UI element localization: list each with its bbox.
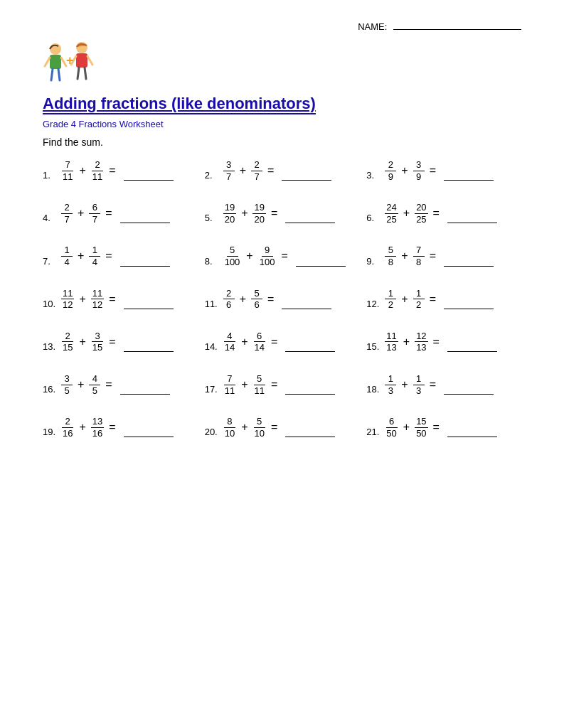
equals-sign: = <box>269 378 280 391</box>
problem-number: 5. <box>205 213 220 225</box>
answer-line[interactable] <box>120 223 170 223</box>
equals-sign: = <box>431 421 442 434</box>
equals-sign: = <box>265 164 276 177</box>
answer-line[interactable] <box>285 394 335 395</box>
svg-line-4 <box>51 69 53 80</box>
answer-line[interactable] <box>296 266 346 267</box>
plus-operator: + <box>238 164 248 177</box>
equals-sign: = <box>269 207 280 220</box>
plus-operator: + <box>77 164 87 177</box>
problem-item: 15. 11 13 + 12 13 = <box>366 331 521 353</box>
problem-item: 8. 5 100 + 9 100 = <box>205 245 360 267</box>
problem-item: 17. 7 11 + 5 11 = <box>205 373 360 396</box>
fraction-2: 12 13 <box>415 331 427 353</box>
answer-line[interactable] <box>282 180 331 181</box>
fraction-2: 15 50 <box>415 416 427 439</box>
answer-line[interactable] <box>285 223 335 223</box>
problem-number: 13. <box>43 341 58 353</box>
fraction-1: 5 8 <box>385 245 396 267</box>
fraction-2: 9 100 <box>258 245 277 267</box>
problem-item: 7. 1 4 + 1 4 = <box>43 245 198 267</box>
problem-number: 16. <box>43 384 58 396</box>
problems-grid: 1. 7 11 + 2 11 = 2. 3 7 + 2 7 = 3. 2 9 + <box>43 159 521 439</box>
fraction-1: 7 11 <box>223 373 236 396</box>
problem-number: 14. <box>205 341 220 353</box>
svg-text:+: + <box>66 53 74 68</box>
problem-item: 20. 8 10 + 5 10 = <box>205 416 360 439</box>
problem-item: 5. 19 20 + 19 20 = <box>205 202 360 225</box>
answer-line[interactable] <box>447 437 497 437</box>
name-field-row: NAME: <box>43 21 521 32</box>
problem-item: 18. 1 3 + 1 3 = <box>366 373 521 396</box>
plus-operator: + <box>239 207 250 220</box>
equals-sign: = <box>103 250 114 262</box>
plus-operator: + <box>75 378 86 391</box>
fraction-1: 11 12 <box>61 288 74 311</box>
plus-operator: + <box>77 421 87 434</box>
plus-operator: + <box>77 336 87 348</box>
page-subtitle: Grade 4 Fractions Worksheet <box>43 119 521 129</box>
fraction-2: 6 14 <box>252 331 265 353</box>
answer-line[interactable] <box>285 437 335 437</box>
problem-number: 10. <box>43 299 58 311</box>
svg-line-10 <box>78 68 79 79</box>
fraction-1: 6 50 <box>385 416 398 439</box>
fraction-1: 19 20 <box>223 202 236 225</box>
problem-item: 21. 6 50 + 15 50 = <box>366 416 521 439</box>
problem-item: 13. 2 15 + 3 15 = <box>43 331 198 353</box>
fraction-2: 3 15 <box>91 331 104 353</box>
answer-line[interactable] <box>447 223 497 223</box>
fraction-2: 1 2 <box>413 288 425 311</box>
problem-number: 9. <box>366 256 382 268</box>
problem-item: 4. 2 7 + 6 7 = <box>43 202 198 225</box>
equals-sign: = <box>107 421 117 434</box>
logo-icon: + <box>43 39 100 85</box>
answer-line[interactable] <box>124 180 174 181</box>
equals-sign: = <box>427 378 438 391</box>
fraction-2: 5 6 <box>251 288 262 311</box>
equals-sign: = <box>107 336 117 348</box>
problem-item: 19. 2 16 + 13 16 = <box>43 416 198 439</box>
answer-line[interactable] <box>120 266 170 267</box>
fraction-2: 6 7 <box>89 202 100 225</box>
answer-line[interactable] <box>124 351 174 352</box>
fraction-2: 5 11 <box>252 373 265 396</box>
instructions: Find the sum. <box>43 136 521 148</box>
fraction-1: 5 100 <box>223 245 242 267</box>
svg-rect-7 <box>76 53 87 68</box>
equals-sign: = <box>427 250 438 262</box>
plus-operator: + <box>238 293 248 306</box>
problem-number: 1. <box>43 170 58 182</box>
answer-line[interactable] <box>124 309 174 309</box>
answer-line[interactable] <box>285 351 335 352</box>
problem-number: 4. <box>43 213 58 225</box>
answer-line[interactable] <box>282 309 331 309</box>
fraction-2: 1 3 <box>413 373 425 396</box>
answer-line[interactable] <box>444 180 494 181</box>
logo-area: + <box>43 39 521 87</box>
problem-number: 7. <box>43 256 58 268</box>
fraction-1: 2 16 <box>61 416 74 439</box>
fraction-2: 4 5 <box>89 373 100 396</box>
name-label: NAME: <box>358 21 387 32</box>
fraction-2: 7 8 <box>413 245 425 267</box>
equals-sign: = <box>431 207 442 220</box>
answer-line[interactable] <box>120 394 170 395</box>
fraction-1: 2 15 <box>61 331 74 353</box>
fraction-1: 2 6 <box>223 288 235 311</box>
answer-line[interactable] <box>444 309 494 309</box>
answer-line[interactable] <box>124 437 174 437</box>
answer-line[interactable] <box>444 394 494 395</box>
answer-line[interactable] <box>444 266 494 267</box>
problem-number: 3. <box>366 170 382 182</box>
problem-number: 20. <box>205 427 220 439</box>
plus-operator: + <box>401 336 412 348</box>
page-title: Adding fractions (like denominators) <box>43 95 316 114</box>
fraction-1: 4 14 <box>223 331 236 353</box>
answer-line[interactable] <box>447 351 497 352</box>
problem-item: 14. 4 14 + 6 14 = <box>205 331 360 353</box>
equals-sign: = <box>265 293 276 306</box>
problem-number: 15. <box>366 341 382 353</box>
equals-sign: = <box>279 250 289 262</box>
name-underline[interactable] <box>393 29 521 30</box>
